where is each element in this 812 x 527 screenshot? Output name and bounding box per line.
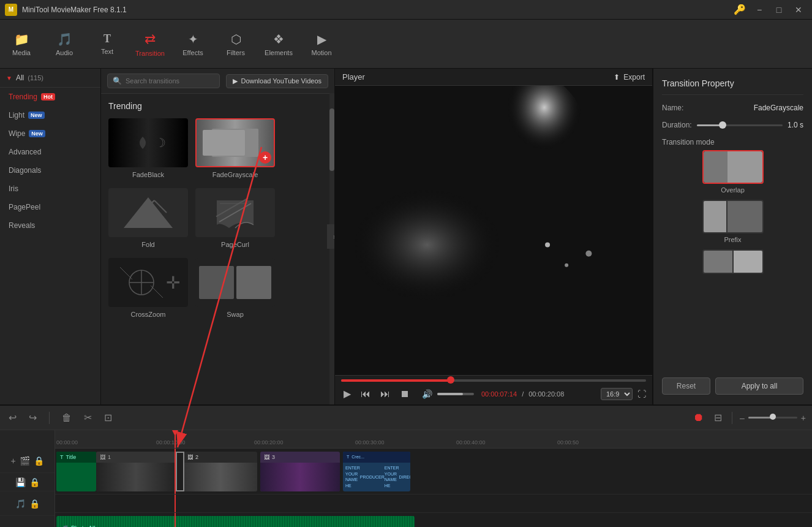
apply-all-button[interactable]: Apply to all <box>715 377 803 395</box>
credits-clip[interactable]: T Crec... ENTER YOUR NAME HE PRODUCER EN… <box>343 452 410 491</box>
redo-button[interactable]: ↪ <box>26 411 39 425</box>
svg-line-1 <box>154 200 167 213</box>
wipe-badge: New <box>29 130 45 137</box>
sidebar-item-iris[interactable]: Iris <box>0 180 100 198</box>
minimize-button[interactable]: − <box>751 4 768 16</box>
panel-scrollbar[interactable] <box>329 93 334 404</box>
toolbar-audio[interactable]: 🎵 Audio <box>43 20 86 69</box>
sidebar-item-diagonals[interactable]: Diagonals <box>0 161 100 180</box>
title-clip[interactable]: T Title <box>56 452 96 491</box>
mode-suffix[interactable] <box>662 249 803 274</box>
main-toolbar: 📁 Media 🎵 Audio T Text ⇄ Transition ✦ Ef… <box>0 20 812 69</box>
mode-prefix[interactable]: Prefix <box>662 200 803 243</box>
fullscreen-button[interactable]: ⛶ <box>637 389 646 399</box>
lock-audio-button[interactable]: 🔒 <box>29 499 40 509</box>
prev-button[interactable]: ⏮ <box>358 387 373 401</box>
transition-card-crosszoom[interactable]: CrossZoom <box>108 258 188 318</box>
undo-button[interactable]: ↩ <box>6 411 19 425</box>
timeline-ruler-area: 00:00:00 00:00:10:00 00:00:20:00 00:00:3… <box>55 430 812 527</box>
toolbar-motion[interactable]: ▶ Motion <box>300 20 343 69</box>
scissors-button[interactable]: ✂ <box>81 411 94 425</box>
crop-button[interactable]: ⊡ <box>102 411 115 425</box>
video-clip-1[interactable]: 🖼 1 <box>96 452 176 491</box>
transition-card-swap[interactable]: Swap <box>195 258 275 318</box>
effects-label: Effects <box>182 49 203 56</box>
transition-card-fadeblack[interactable]: FadeBlack <box>108 118 188 178</box>
sidebar-item-pagepeel[interactable]: PagePeel <box>0 198 100 216</box>
volume-bar[interactable] <box>437 393 474 395</box>
advanced-label: Advanced <box>9 148 41 156</box>
reset-button[interactable]: Reset <box>662 377 710 395</box>
video-clip-2[interactable]: 🖼 2 <box>184 452 257 491</box>
toolbar-text[interactable]: T Text <box>86 20 129 69</box>
mode-overlap[interactable]: Overlap <box>662 150 803 194</box>
progress-bar[interactable] <box>341 379 646 382</box>
zoom-handle[interactable] <box>770 414 776 420</box>
transition-indicator[interactable] <box>176 452 184 491</box>
sidebar-item-light[interactable]: Light New <box>0 106 100 124</box>
credits-icon: T <box>347 455 349 459</box>
export-icon: ⬆ <box>614 73 620 82</box>
export-label: Export <box>623 73 645 82</box>
export-button[interactable]: ⬆ Export <box>614 73 645 82</box>
app-title: MiniTool MovieMaker Free 8.1.1 <box>22 6 729 14</box>
transition-card-fadegrayscale[interactable]: + FadeGrayscale <box>195 118 275 178</box>
timeline-playhead-video <box>175 449 176 494</box>
fold-label: Fold <box>141 241 154 248</box>
progress-handle[interactable] <box>447 376 454 384</box>
ruler-mark-10: 00:00:10:00 <box>156 439 186 445</box>
delete-button[interactable]: 🗑 <box>59 411 74 425</box>
audio-note-icon: 🎵 <box>61 525 69 528</box>
lock-video-button[interactable]: 🔒 <box>34 456 44 466</box>
add-video-button[interactable]: + <box>10 456 15 466</box>
play-button[interactable]: ▶ <box>341 387 353 401</box>
maximize-button[interactable]: □ <box>770 4 788 16</box>
sidebar-item-wipe[interactable]: Wipe New <box>0 124 100 143</box>
sidebar-item-advanced[interactable]: Advanced <box>0 143 100 161</box>
svg-line-0 <box>130 200 154 225</box>
light-label: Light <box>9 111 24 119</box>
transitions-row-2: Fold PageCurl <box>108 188 327 248</box>
download-youtube-button[interactable]: ▶ Download YouTube Videos <box>226 74 329 88</box>
record-button[interactable]: ⏺ <box>691 410 707 425</box>
aspect-ratio-select[interactable]: 16:9 4:3 1:1 <box>601 388 633 400</box>
toolbar-filters[interactable]: ⬡ Filters <box>214 20 257 69</box>
clip3-label: 3 <box>272 454 275 460</box>
ruler-mark-40: 00:00:40:00 <box>456 439 486 445</box>
zoom-slider[interactable] <box>748 417 797 419</box>
timeline-track-labels: + 🎬 🔒 💾 🔒 🎵 🔒 <box>0 430 55 527</box>
sidebar-all-header[interactable]: ▼ All (115) <box>0 69 100 88</box>
stop-button[interactable]: ⏹ <box>397 387 412 401</box>
effects-icon: ✦ <box>188 32 198 47</box>
lock-empty-button[interactable]: 🔒 <box>29 477 40 487</box>
close-button[interactable]: ✕ <box>790 4 807 16</box>
slider-handle[interactable] <box>719 121 726 129</box>
toolbar-effects[interactable]: ✦ Effects <box>171 20 214 69</box>
duration-slider[interactable] <box>697 124 783 126</box>
toolbar-elements[interactable]: ❖ Elements <box>257 20 300 69</box>
zoom-in-icon: + <box>801 413 806 423</box>
gap-track-row <box>55 495 812 513</box>
window-controls: − □ ✕ <box>751 4 807 16</box>
search-box[interactable]: 🔍 <box>107 74 220 88</box>
magnet-button[interactable]: ⊟ <box>712 411 724 425</box>
crosszoom-label: CrossZoom <box>131 311 166 318</box>
sidebar-item-trending[interactable]: Trending Hot <box>0 88 100 106</box>
time-separator: / <box>522 390 524 398</box>
sidebar-item-reveals[interactable]: Reveals <box>0 216 100 235</box>
next-button[interactable]: ⏭ <box>378 387 393 401</box>
prefix-inner <box>704 201 762 232</box>
audio-clip[interactable]: 🎵 Photo Album <box>56 516 415 527</box>
transition-card-fold[interactable]: Fold <box>108 188 188 248</box>
search-input[interactable] <box>126 77 214 85</box>
audio-track-icon: 🎵 <box>15 499 26 509</box>
transition-card-pagecurl[interactable]: PageCurl <box>195 188 275 248</box>
playback-controls: ▶ ⏮ ⏭ ⏹ 🔊 00:00:07:14 / 00:00:20:08 16:9… <box>335 375 652 404</box>
transition-label: Transition <box>135 50 165 57</box>
volume-icon[interactable]: 🔊 <box>419 388 435 400</box>
toolbar-separator-1 <box>49 412 50 424</box>
video-clip-3[interactable]: 🖼 3 <box>260 452 340 491</box>
toolbar-media[interactable]: 📁 Media <box>0 20 43 69</box>
collapse-toggle[interactable]: › <box>327 224 334 249</box>
toolbar-transition[interactable]: ⇄ Transition <box>129 20 171 69</box>
